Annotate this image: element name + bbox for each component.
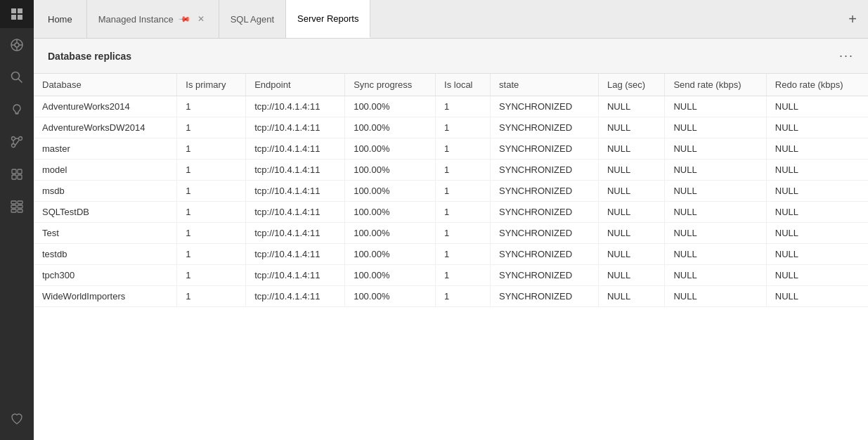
table-cell: NULL [766,160,868,181]
table-cell: NULL [665,202,766,223]
replicas-table: Database Is primary Endpoint Sync progre… [34,74,868,307]
table-cell: tcp://10.4.1.4:11 [246,244,345,265]
table-cell: 1 [177,96,246,117]
tab-bar: Home Managed Instance 📌 ✕ SQL Agent Serv… [34,0,868,39]
svg-rect-20 [11,201,16,204]
table-cell: 100.00% [345,160,436,181]
content-area: Database replicas ··· Database Is primar… [34,39,868,440]
tab-home[interactable]: Home [34,0,87,38]
table-cell: SYNCHRONIZED [491,160,599,181]
table-cell: 1 [436,138,491,160]
table-cell: NULL [598,244,664,265]
overview-icon[interactable] [0,30,34,60]
table-cell: 1 [436,202,491,223]
tab-managed-instance-label: Managed Instance [98,14,174,25]
table-cell: 1 [177,286,246,307]
table-cell: NULL [665,160,766,181]
col-redo-rate: Redo rate (kbps) [766,74,868,96]
table-cell: 1 [436,223,491,244]
table-cell: model [34,160,177,181]
col-send-rate: Send rate (kbps) [665,74,766,96]
svg-rect-19 [18,175,22,179]
table-row: master1tcp://10.4.1.4:11100.00%1SYNCHRON… [34,138,868,160]
tab-sql-agent[interactable]: SQL Agent [219,0,286,38]
col-sync-progress: Sync progress [345,74,436,96]
table-cell: NULL [766,96,868,117]
table-cell: 1 [177,117,246,138]
table-cell: NULL [665,286,766,307]
table-cell: AdventureWorksDW2014 [34,117,177,138]
table-cell: NULL [598,286,664,307]
table-cell: tcp://10.4.1.4:11 [246,138,345,160]
table-cell: NULL [766,117,868,138]
git-icon[interactable] [0,127,34,157]
table-cell: NULL [598,96,664,117]
table-cell: 100.00% [345,244,436,265]
table-cell: 1 [177,223,246,244]
table-cell: tcp://10.4.1.4:11 [246,117,345,138]
svg-rect-17 [18,169,22,174]
col-is-local: Is local [436,74,491,96]
table-row: SQLTestDB1tcp://10.4.1.4:11100.00%1SYNCH… [34,202,868,223]
table-cell: tcp://10.4.1.4:11 [246,223,345,244]
col-lag-sec: Lag (sec) [598,74,664,96]
tab-sql-agent-label: SQL Agent [231,14,274,25]
table-row: AdventureWorks20141tcp://10.4.1.4:11100.… [34,96,868,117]
section-menu-button[interactable]: ··· [839,48,854,63]
grid-icon[interactable] [0,191,34,222]
table-row: msdb1tcp://10.4.1.4:11100.00%1SYNCHRONIZ… [34,181,868,202]
table-header-row: Database Is primary Endpoint Sync progre… [34,74,868,96]
table-cell: NULL [665,138,766,160]
table-cell: SYNCHRONIZED [491,223,599,244]
svg-line-11 [19,79,22,83]
table-row: tpch3001tcp://10.4.1.4:11100.00%1SYNCHRO… [34,265,868,286]
table-cell: 1 [177,160,246,181]
table-cell: NULL [665,244,766,265]
table-cell: SQLTestDB [34,202,177,223]
add-tab-button[interactable]: + [837,0,868,38]
table-cell: WideWorldImporters [34,286,177,307]
table-row: AdventureWorksDW20141tcp://10.4.1.4:1110… [34,117,868,138]
svg-point-10 [12,72,20,80]
table-cell: 1 [177,202,246,223]
table-cell: tcp://10.4.1.4:11 [246,160,345,181]
svg-rect-3 [18,15,22,20]
table-cell: tcp://10.4.1.4:11 [246,202,345,223]
table-cell: testdb [34,244,177,265]
table-cell: tcp://10.4.1.4:11 [246,181,345,202]
table-cell: 100.00% [345,96,436,117]
table-cell: NULL [766,244,868,265]
lightbulb-icon[interactable] [0,94,34,125]
table-cell: NULL [766,202,868,223]
database-icon[interactable] [0,159,34,190]
table-cell: NULL [665,223,766,244]
col-endpoint: Endpoint [246,74,345,96]
col-is-primary: Is primary [177,74,246,96]
svg-rect-24 [11,209,16,212]
table-cell: 1 [436,117,491,138]
table-cell: NULL [598,202,664,223]
search-icon[interactable] [0,62,34,93]
pin-icon: 📌 [177,12,190,25]
table-cell: NULL [598,223,664,244]
table-cell: 1 [436,181,491,202]
table-cell: 100.00% [345,223,436,244]
table-cell: master [34,138,177,160]
app-icon[interactable] [0,0,34,28]
table-cell: 100.00% [345,117,436,138]
tab-server-reports[interactable]: Server Reports [286,0,370,38]
table-cell: NULL [665,181,766,202]
tab-managed-instance[interactable]: Managed Instance 📌 ✕ [87,0,219,38]
svg-rect-18 [12,175,16,179]
table-cell: SYNCHRONIZED [491,286,599,307]
svg-rect-2 [11,15,16,20]
table-cell: SYNCHRONIZED [491,96,599,117]
health-icon[interactable] [0,403,34,434]
tab-managed-instance-close[interactable]: ✕ [195,13,207,25]
table-cell: 1 [436,265,491,286]
svg-rect-25 [18,209,22,212]
section-title: Database replicas [48,51,131,62]
table-cell: NULL [598,265,664,286]
table-cell: 1 [436,286,491,307]
svg-rect-0 [11,8,16,13]
